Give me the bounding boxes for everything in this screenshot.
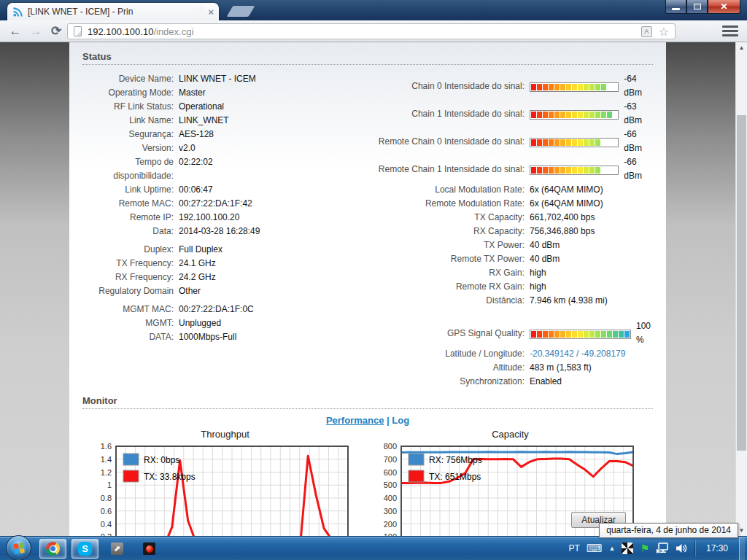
chrome-menu-button[interactable] (722, 26, 738, 36)
browser-titlebar: [LINK WNET - ICEM] - Prin × ✕ (0, 0, 747, 20)
status-label: Regulatory Domain (82, 284, 179, 298)
status-label: Link Uptime: (82, 183, 179, 197)
status-label: Tempo de disponibilidade: (82, 155, 179, 183)
status-row: Remote Chain 0 Intensidade do sinal:-66 … (368, 128, 653, 155)
language-indicator[interactable]: PT (568, 543, 579, 553)
browser-toolbar: ← → ⟳ 192.100.100.10 /index.cgi A ☆ (0, 20, 747, 42)
close-button[interactable]: ✕ (708, 0, 740, 14)
status-row: Link Uptime:00:06:47 (82, 183, 368, 197)
status-label: TX Capacity: (368, 211, 530, 225)
status-value: LINK_WNET (179, 114, 229, 128)
status-value: 756,346,880 bps (530, 225, 595, 238)
status-value: Unplugged (179, 316, 221, 330)
taskbar-recorder-app-button[interactable] (136, 539, 163, 559)
status-row: MGMT:Unplugged (82, 316, 368, 330)
status-row: TX Frequency:24.1 GHz (82, 257, 368, 271)
minimize-button[interactable] (665, 0, 686, 14)
windows-flag-icon (13, 542, 25, 554)
signal-value: -63 dBm (624, 100, 653, 128)
action-center-flag-icon[interactable]: ⚑ (640, 542, 649, 554)
status-label: Operating Mode: (82, 86, 179, 100)
status-value: v2.0 (179, 141, 196, 155)
status-value: 00:27:22:DA:1F:0C (179, 303, 254, 316)
url-host: 192.100.100.10 (88, 26, 153, 37)
taskbar-chrome-button[interactable] (39, 539, 66, 559)
performance-link[interactable]: Performance (326, 415, 384, 426)
status-value: 192.100.100.20 (179, 211, 239, 225)
volume-tray-icon[interactable] (676, 542, 688, 554)
taskbar-apps: S ⬈ (39, 539, 163, 559)
status-label: RX Gain: (368, 266, 530, 280)
network-tray-icon[interactable] (656, 542, 669, 554)
tab-close-icon[interactable]: × (208, 7, 214, 18)
status-value: 24.2 GHz (179, 271, 216, 284)
svg-text:400: 400 (384, 494, 397, 502)
status-row: Latitude / Longitude:-20.349142 / -49.20… (368, 347, 653, 361)
status-row: TX Power:40 dBm (368, 238, 653, 252)
signal-value: -66 dBm (624, 155, 653, 183)
taskbar-remote-app-button[interactable]: ⬈ (104, 539, 131, 559)
status-row: MGMT MAC:00:27:22:DA:1F:0C (82, 303, 368, 316)
scroll-up-icon[interactable]: ▲ (736, 42, 747, 53)
status-row: Link Name:LINK_WNET (82, 114, 368, 128)
status-value: 02:22:02 (179, 155, 213, 183)
taskbar-skype-button[interactable]: S (71, 539, 98, 559)
status-row: Synchronization:Enabled (368, 375, 653, 389)
window-controls: ✕ (665, 0, 740, 14)
refresh-button[interactable]: ⟳ (47, 23, 66, 40)
pinwheel-tray-icon[interactable] (622, 542, 633, 554)
status-label: Duplex: (82, 243, 179, 257)
signal-bar (530, 330, 631, 339)
status-right-column: Chain 0 Intensidade do sinal:-64 dBmChai… (368, 72, 653, 389)
svg-text:200: 200 (384, 520, 397, 529)
status-row: GPS Signal Quality:100 % (368, 319, 653, 347)
taskbar-clock[interactable]: 17:30 (702, 543, 732, 553)
status-grid: Device Name:LINK WNET - ICEMOperating Mo… (82, 72, 653, 389)
latitude-longitude-link[interactable]: -20.349142 / -49.208179 (530, 347, 625, 361)
status-value: AES-128 (179, 128, 214, 141)
links-separator: | (387, 415, 390, 426)
svg-text:300: 300 (384, 507, 397, 516)
start-button[interactable] (6, 535, 31, 560)
address-bar[interactable]: 192.100.100.10 /index.cgi A ☆ (67, 23, 676, 39)
scrollbar-thumb[interactable] (737, 115, 746, 451)
status-label: Link Name: (82, 114, 179, 128)
status-value: 40 dBm (530, 238, 560, 252)
status-left-column: Device Name:LINK WNET - ICEMOperating Mo… (82, 72, 368, 389)
browser-tab[interactable]: [LINK WNET - ICEM] - Prin × (7, 3, 219, 20)
signal-bar (530, 82, 619, 92)
keyboard-icon[interactable]: ⌨ (587, 542, 603, 555)
status-row: RF Link Status:Operational (82, 100, 368, 114)
log-link[interactable]: Log (392, 415, 409, 426)
maximize-button[interactable] (686, 0, 708, 14)
svg-text:RX: 756Mbps: RX: 756Mbps (429, 455, 482, 465)
svg-text:0.4: 0.4 (101, 520, 112, 529)
capacity-chart-title: Capacity (368, 429, 653, 440)
svg-text:500: 500 (384, 481, 397, 489)
forward-button[interactable]: → (26, 23, 45, 40)
status-row: RX Gain:high (368, 266, 653, 280)
status-row: Local Modulation Rate:6x (64QAM MIMO) (368, 183, 653, 197)
maximize-icon (694, 4, 701, 9)
status-value: 1000Mbps-Full (179, 330, 236, 344)
translate-icon[interactable]: A (641, 26, 652, 37)
remote-app-icon: ⬈ (111, 542, 123, 555)
taskbar: S ⬈ PT ⌨ ▲ ⚑ 17:30 (0, 536, 747, 560)
status-row: TX Capacity:661,702,400 bps (368, 211, 653, 225)
monitor-links: Performance | Log (82, 415, 653, 426)
status-row: Remote MAC:00:27:22:DA:1F:42 (82, 197, 368, 211)
back-button[interactable]: ← (6, 23, 25, 40)
status-row: Regulatory DomainOther (82, 284, 368, 298)
status-row: Chain 0 Intensidade do sinal:-64 dBm (368, 72, 653, 100)
recorder-app-icon (143, 542, 155, 555)
show-desktop-button[interactable] (739, 537, 745, 560)
hidden-icons-arrow-icon[interactable]: ▲ (608, 545, 615, 552)
bookmark-star-icon[interactable]: ☆ (659, 25, 669, 39)
new-tab-button[interactable] (227, 6, 255, 17)
browser-window: [LINK WNET - ICEM] - Prin × ✕ ← → ⟳ 192.… (0, 0, 747, 560)
status-label: RF Link Status: (82, 100, 179, 114)
status-label: Chain 1 Intensidade do sinal: (368, 107, 530, 121)
vertical-scrollbar[interactable]: ▲ ▼ (735, 42, 747, 536)
svg-text:RX: 0bps: RX: 0bps (144, 455, 179, 465)
row-spacer (368, 308, 653, 319)
